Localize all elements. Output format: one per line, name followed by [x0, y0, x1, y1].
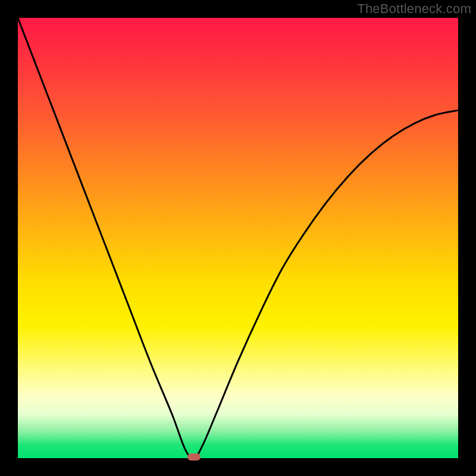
curve-path: [18, 18, 458, 458]
minimum-marker: [187, 453, 201, 461]
bottleneck-curve: [18, 18, 458, 458]
watermark-text: TheBottleneck.com: [357, 1, 471, 17]
chart-frame: [18, 18, 458, 458]
